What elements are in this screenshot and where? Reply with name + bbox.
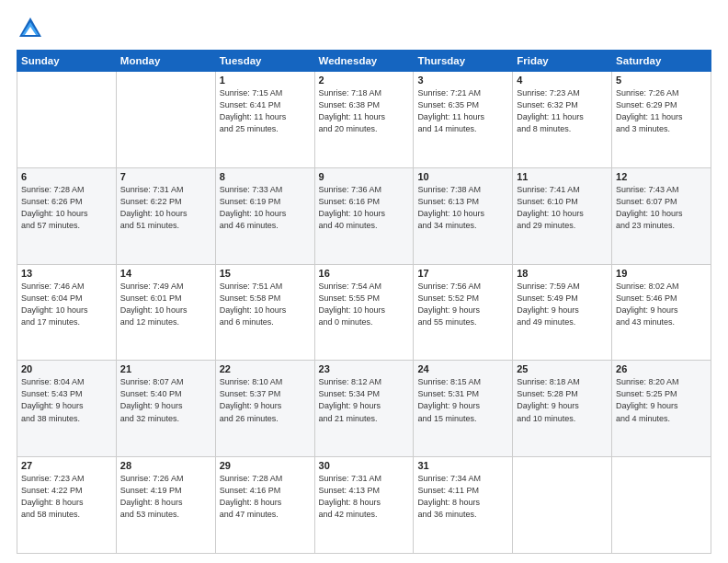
day-info: Sunrise: 7:21 AMSunset: 6:35 PMDaylight:… bbox=[417, 87, 508, 135]
calendar-cell: 14Sunrise: 7:49 AMSunset: 6:01 PMDayligh… bbox=[116, 264, 215, 361]
calendar-cell bbox=[116, 72, 215, 168]
calendar-cell: 22Sunrise: 8:10 AMSunset: 5:37 PMDayligh… bbox=[215, 361, 314, 457]
calendar-cell: 20Sunrise: 8:04 AMSunset: 5:43 PMDayligh… bbox=[17, 361, 117, 457]
calendar-cell bbox=[513, 457, 612, 554]
day-number: 24 bbox=[417, 363, 508, 374]
calendar-cell: 19Sunrise: 8:02 AMSunset: 5:46 PMDayligh… bbox=[612, 264, 711, 361]
day-info: Sunrise: 7:15 AMSunset: 6:41 PMDaylight:… bbox=[220, 87, 311, 135]
calendar-week-row: 6Sunrise: 7:28 AMSunset: 6:26 PMDaylight… bbox=[17, 167, 711, 264]
calendar-cell: 23Sunrise: 8:12 AMSunset: 5:34 PMDayligh… bbox=[314, 361, 414, 457]
calendar-cell: 12Sunrise: 7:43 AMSunset: 6:07 PMDayligh… bbox=[612, 167, 711, 264]
calendar-header-tuesday: Tuesday bbox=[215, 51, 314, 72]
day-number: 13 bbox=[21, 268, 112, 279]
calendar-cell: 13Sunrise: 7:46 AMSunset: 6:04 PMDayligh… bbox=[17, 264, 117, 361]
calendar-cell: 30Sunrise: 7:31 AMSunset: 4:13 PMDayligh… bbox=[314, 457, 414, 554]
day-info: Sunrise: 7:33 AMSunset: 6:19 PMDaylight:… bbox=[220, 184, 311, 232]
calendar-cell bbox=[612, 457, 711, 554]
day-info: Sunrise: 7:59 AMSunset: 5:49 PMDaylight:… bbox=[517, 281, 608, 328]
calendar-header-monday: Monday bbox=[116, 51, 215, 72]
day-number: 20 bbox=[21, 363, 112, 374]
calendar-header-wednesday: Wednesday bbox=[314, 51, 414, 72]
calendar-cell: 27Sunrise: 7:23 AMSunset: 4:22 PMDayligh… bbox=[17, 457, 117, 554]
calendar-cell: 5Sunrise: 7:26 AMSunset: 6:29 PMDaylight… bbox=[612, 72, 711, 168]
day-info: Sunrise: 7:54 AMSunset: 5:55 PMDaylight:… bbox=[319, 281, 410, 328]
calendar-header-row: SundayMondayTuesdayWednesdayThursdayFrid… bbox=[17, 51, 711, 72]
day-number: 2 bbox=[319, 75, 410, 86]
calendar-cell: 21Sunrise: 8:07 AMSunset: 5:40 PMDayligh… bbox=[116, 361, 215, 457]
day-number: 19 bbox=[616, 268, 707, 279]
day-info: Sunrise: 7:38 AMSunset: 6:13 PMDaylight:… bbox=[417, 184, 508, 232]
calendar-header-friday: Friday bbox=[513, 51, 612, 72]
day-number: 23 bbox=[319, 363, 410, 374]
day-info: Sunrise: 8:02 AMSunset: 5:46 PMDaylight:… bbox=[616, 281, 707, 328]
calendar-cell: 26Sunrise: 8:20 AMSunset: 5:25 PMDayligh… bbox=[612, 361, 711, 457]
calendar-week-row: 13Sunrise: 7:46 AMSunset: 6:04 PMDayligh… bbox=[17, 264, 711, 361]
day-number: 9 bbox=[319, 171, 410, 182]
calendar-cell: 7Sunrise: 7:31 AMSunset: 6:22 PMDaylight… bbox=[116, 167, 215, 264]
calendar-cell: 9Sunrise: 7:36 AMSunset: 6:16 PMDaylight… bbox=[314, 167, 414, 264]
calendar-week-row: 1Sunrise: 7:15 AMSunset: 6:41 PMDaylight… bbox=[17, 72, 711, 168]
calendar-cell: 8Sunrise: 7:33 AMSunset: 6:19 PMDaylight… bbox=[215, 167, 314, 264]
day-info: Sunrise: 8:04 AMSunset: 5:43 PMDaylight:… bbox=[21, 376, 112, 424]
day-number: 15 bbox=[220, 268, 311, 279]
calendar-cell bbox=[17, 72, 117, 168]
page: SundayMondayTuesdayWednesdayThursdayFrid… bbox=[0, 0, 728, 563]
day-info: Sunrise: 7:51 AMSunset: 5:58 PMDaylight:… bbox=[220, 281, 311, 328]
day-number: 5 bbox=[616, 75, 707, 86]
day-info: Sunrise: 7:26 AMSunset: 4:19 PMDaylight:… bbox=[120, 473, 211, 521]
day-info: Sunrise: 8:15 AMSunset: 5:31 PMDaylight:… bbox=[417, 376, 508, 424]
calendar-cell: 16Sunrise: 7:54 AMSunset: 5:55 PMDayligh… bbox=[314, 264, 414, 361]
day-number: 18 bbox=[517, 268, 608, 279]
calendar-header-thursday: Thursday bbox=[414, 51, 513, 72]
calendar-cell: 11Sunrise: 7:41 AMSunset: 6:10 PMDayligh… bbox=[513, 167, 612, 264]
calendar-week-row: 20Sunrise: 8:04 AMSunset: 5:43 PMDayligh… bbox=[17, 361, 711, 457]
day-info: Sunrise: 7:31 AMSunset: 6:22 PMDaylight:… bbox=[120, 184, 211, 232]
day-number: 22 bbox=[220, 363, 311, 374]
day-number: 8 bbox=[220, 171, 311, 182]
header bbox=[17, 15, 711, 42]
day-info: Sunrise: 7:26 AMSunset: 6:29 PMDaylight:… bbox=[616, 87, 707, 135]
day-info: Sunrise: 7:41 AMSunset: 6:10 PMDaylight:… bbox=[517, 184, 608, 232]
logo bbox=[17, 15, 48, 42]
calendar-cell: 29Sunrise: 7:28 AMSunset: 4:16 PMDayligh… bbox=[215, 457, 314, 554]
day-info: Sunrise: 7:23 AMSunset: 4:22 PMDaylight:… bbox=[21, 473, 112, 521]
calendar-cell: 24Sunrise: 8:15 AMSunset: 5:31 PMDayligh… bbox=[414, 361, 513, 457]
day-info: Sunrise: 7:31 AMSunset: 4:13 PMDaylight:… bbox=[319, 473, 410, 521]
day-info: Sunrise: 7:49 AMSunset: 6:01 PMDaylight:… bbox=[120, 281, 211, 328]
calendar-cell: 2Sunrise: 7:18 AMSunset: 6:38 PMDaylight… bbox=[314, 72, 414, 168]
day-number: 28 bbox=[120, 460, 211, 471]
day-number: 29 bbox=[220, 460, 311, 471]
day-number: 25 bbox=[517, 363, 608, 374]
day-info: Sunrise: 7:56 AMSunset: 5:52 PMDaylight:… bbox=[417, 281, 508, 328]
calendar-cell: 28Sunrise: 7:26 AMSunset: 4:19 PMDayligh… bbox=[116, 457, 215, 554]
day-number: 6 bbox=[21, 171, 112, 182]
calendar-cell: 25Sunrise: 8:18 AMSunset: 5:28 PMDayligh… bbox=[513, 361, 612, 457]
day-info: Sunrise: 7:34 AMSunset: 4:11 PMDaylight:… bbox=[417, 473, 508, 521]
calendar-cell: 1Sunrise: 7:15 AMSunset: 6:41 PMDaylight… bbox=[215, 72, 314, 168]
day-number: 10 bbox=[417, 171, 508, 182]
calendar-cell: 17Sunrise: 7:56 AMSunset: 5:52 PMDayligh… bbox=[414, 264, 513, 361]
day-info: Sunrise: 7:43 AMSunset: 6:07 PMDaylight:… bbox=[616, 184, 707, 232]
day-info: Sunrise: 8:18 AMSunset: 5:28 PMDaylight:… bbox=[517, 376, 608, 424]
calendar-week-row: 27Sunrise: 7:23 AMSunset: 4:22 PMDayligh… bbox=[17, 457, 711, 554]
day-number: 27 bbox=[21, 460, 112, 471]
day-number: 26 bbox=[616, 363, 707, 374]
calendar-cell: 3Sunrise: 7:21 AMSunset: 6:35 PMDaylight… bbox=[414, 72, 513, 168]
calendar-table: SundayMondayTuesdayWednesdayThursdayFrid… bbox=[17, 50, 711, 554]
day-number: 1 bbox=[220, 75, 311, 86]
calendar-header-sunday: Sunday bbox=[17, 51, 117, 72]
calendar-cell: 18Sunrise: 7:59 AMSunset: 5:49 PMDayligh… bbox=[513, 264, 612, 361]
calendar-cell: 31Sunrise: 7:34 AMSunset: 4:11 PMDayligh… bbox=[414, 457, 513, 554]
day-number: 14 bbox=[120, 268, 211, 279]
day-info: Sunrise: 7:28 AMSunset: 6:26 PMDaylight:… bbox=[21, 184, 112, 232]
calendar-header-saturday: Saturday bbox=[612, 51, 711, 72]
calendar-cell: 4Sunrise: 7:23 AMSunset: 6:32 PMDaylight… bbox=[513, 72, 612, 168]
day-number: 3 bbox=[417, 75, 508, 86]
day-info: Sunrise: 7:36 AMSunset: 6:16 PMDaylight:… bbox=[319, 184, 410, 232]
day-number: 30 bbox=[319, 460, 410, 471]
day-number: 17 bbox=[417, 268, 508, 279]
day-number: 11 bbox=[517, 171, 608, 182]
day-number: 21 bbox=[120, 363, 211, 374]
day-info: Sunrise: 7:46 AMSunset: 6:04 PMDaylight:… bbox=[21, 281, 112, 328]
day-info: Sunrise: 7:18 AMSunset: 6:38 PMDaylight:… bbox=[319, 87, 410, 135]
